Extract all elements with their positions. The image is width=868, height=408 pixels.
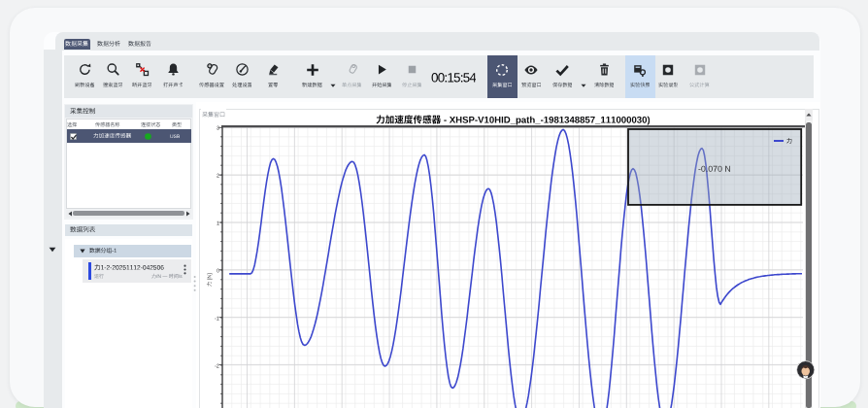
legend-line-swatch xyxy=(774,140,784,142)
force-time-chart[interactable] xyxy=(0,0,868,408)
vscroll-up-button[interactable] xyxy=(805,109,813,120)
groupbox-label xyxy=(201,105,226,122)
y-tick-label xyxy=(202,362,219,369)
y-tick-label xyxy=(202,172,219,179)
legend-series-label xyxy=(786,137,792,145)
selection-value-label xyxy=(628,163,801,174)
y-tick-label xyxy=(202,124,219,131)
chart-title xyxy=(229,114,796,125)
chart-legend xyxy=(774,137,792,145)
assistant-avatar-button[interactable] xyxy=(796,360,816,380)
y-tick-label xyxy=(202,220,219,226)
y-tick-label xyxy=(202,315,219,322)
y-axis-label xyxy=(203,270,217,289)
